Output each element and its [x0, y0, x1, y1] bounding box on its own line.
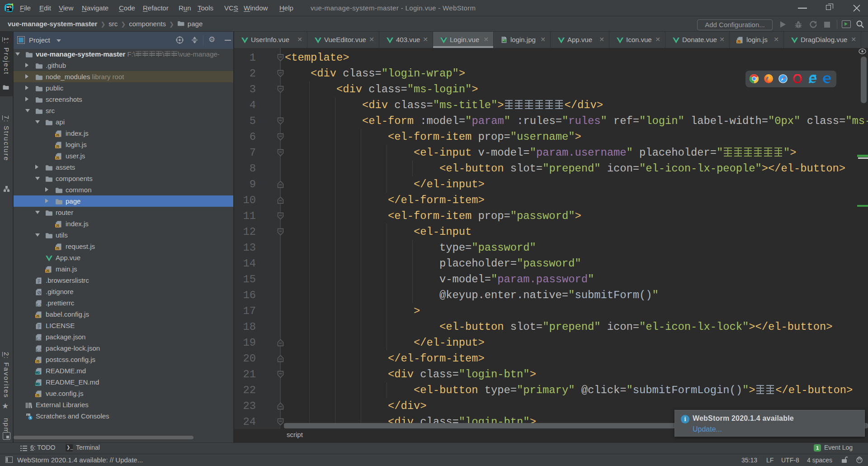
- svg-text:MD: MD: [35, 371, 40, 374]
- svg-text:JS: JS: [36, 394, 40, 397]
- svg-text:JS: JS: [56, 145, 60, 148]
- svg-text:JS: JS: [36, 360, 40, 363]
- svg-text:{…}: {…}: [36, 303, 42, 307]
- svg-text:JS: JS: [36, 314, 40, 318]
- svg-text:{…}: {…}: [36, 348, 42, 352]
- svg-text:JS: JS: [56, 156, 60, 159]
- svg-text:JS: JS: [56, 247, 60, 250]
- svg-text:JS: JS: [737, 40, 741, 43]
- svg-text:JS: JS: [56, 224, 60, 227]
- svg-text:MD: MD: [35, 382, 40, 385]
- svg-text:WS: WS: [6, 5, 12, 9]
- svg-text:JS: JS: [46, 269, 50, 272]
- svg-text:JS: JS: [56, 133, 60, 137]
- svg-text:{…}: {…}: [36, 337, 42, 341]
